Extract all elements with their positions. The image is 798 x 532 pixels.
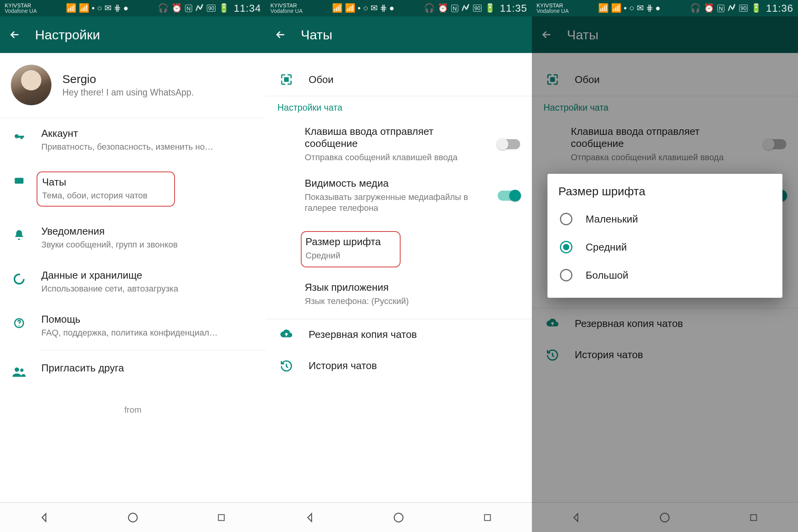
status-bar: KYIVSTAR Vodafone UA 📶📶•○✉⋕● 🎧⏰ N 🗲 90 🔋… — [532, 0, 798, 16]
font-size-row[interactable]: Размер шрифта Средний — [266, 223, 532, 276]
highlight-box: Размер шрифта Средний — [301, 231, 401, 268]
settings-item-invite[interactable]: Пригласить друга — [0, 353, 266, 389]
bell-icon — [11, 227, 27, 243]
settings-item-chats[interactable]: Чаты Тема, обои, история чатов — [0, 162, 266, 216]
status-icons: 📶📶•○✉⋕● — [66, 3, 128, 13]
nav-back[interactable] — [36, 509, 53, 526]
back-button[interactable] — [8, 28, 22, 42]
help-icon — [11, 315, 27, 331]
screen-font-size-dialog: KYIVSTAR Vodafone UA 📶📶•○✉⋕● 🎧⏰ N 🗲 90 🔋… — [532, 0, 798, 532]
clock: 11:36 — [766, 2, 793, 14]
key-icon — [11, 129, 27, 145]
svg-point-10 — [394, 513, 403, 522]
clock: 11:35 — [500, 2, 527, 14]
nav-home[interactable] — [125, 509, 141, 526]
status-bar: KYIVSTAR Vodafone UA 📶📶•○✉⋕● 🎧⏰N 🗲 90 🔋 … — [0, 0, 266, 16]
history-row[interactable]: История чатов — [266, 350, 532, 382]
data-usage-icon — [11, 271, 27, 287]
backup-row[interactable]: Резервная копия чатов — [266, 319, 532, 350]
profile-status: Hey there! I am using WhatsApp. — [62, 87, 194, 98]
settings-item-notifications[interactable]: Уведомления Звуки сообщений, групп и зво… — [0, 216, 266, 260]
battery-icon: 🗲 — [195, 3, 204, 13]
app-bar-title: Чаты — [301, 27, 332, 42]
radio-icon — [560, 269, 572, 281]
app-bar-title: Настройки — [35, 27, 100, 42]
app-bar: Чаты — [266, 16, 532, 53]
nav-recent[interactable] — [745, 509, 762, 526]
screen-settings: KYIVSTAR Vodafone UA 📶📶•○✉⋕● 🎧⏰N 🗲 90 🔋 … — [0, 0, 266, 532]
status-bar: KYIVSTAR Vodafone UA 📶📶•○✉⋕● 🎧⏰ N 🗲 90 🔋… — [266, 0, 532, 16]
media-visibility-switch[interactable] — [498, 191, 520, 201]
nav-home[interactable] — [390, 509, 407, 526]
svg-point-2 — [14, 274, 24, 284]
back-button[interactable] — [274, 28, 288, 42]
profile-row[interactable]: Sergio Hey there! I am using WhatsApp. — [0, 53, 266, 118]
nav-back[interactable] — [568, 509, 584, 526]
svg-point-4 — [19, 325, 20, 326]
radio-icon — [560, 241, 572, 253]
profile-name: Sergio — [62, 72, 194, 86]
nav-recent[interactable] — [213, 509, 230, 526]
nav-bar — [266, 502, 532, 532]
wallpaper-row[interactable]: Обои — [266, 63, 532, 96]
section-chat-settings: Настройки чата — [266, 99, 532, 120]
enter-send-row[interactable]: Клавиша ввода отправляет сообщение Отпра… — [266, 120, 532, 172]
status-right: 🎧⏰N 🗲 90 🔋 11:34 — [158, 2, 261, 14]
svg-rect-8 — [219, 514, 224, 520]
cloud-upload-icon — [277, 329, 295, 340]
svg-point-6 — [20, 369, 24, 372]
svg-point-7 — [129, 513, 138, 522]
nav-recent[interactable] — [479, 509, 496, 526]
settings-item-help[interactable]: Помощь FAQ, поддержка, политика конфиден… — [0, 304, 266, 348]
option-large[interactable]: Большой — [558, 261, 772, 289]
history-icon — [277, 359, 295, 373]
radio-icon — [560, 213, 572, 225]
svg-point-13 — [660, 513, 669, 522]
wallpaper-icon — [277, 72, 295, 87]
battery-level: 90 — [207, 5, 215, 12]
nav-bar — [0, 502, 266, 532]
svg-rect-11 — [485, 514, 491, 520]
carrier-1: KYIVSTAR — [5, 3, 37, 8]
option-small[interactable]: Маленький — [558, 205, 772, 233]
settings-item-account[interactable]: Аккаунт Приватность, безопасность, измен… — [0, 118, 266, 162]
highlight-box: Чаты Тема, обои, история чатов — [37, 171, 175, 207]
carrier-2: Vodafone UA — [5, 8, 37, 14]
nav-back[interactable] — [302, 509, 318, 526]
app-language-row[interactable]: Язык приложения Язык телефона: (Русский) — [266, 276, 532, 316]
screen-chats-settings: KYIVSTAR Vodafone UA 📶📶•○✉⋕● 🎧⏰ N 🗲 90 🔋… — [266, 0, 532, 532]
people-icon — [11, 364, 27, 380]
avatar[interactable] — [11, 65, 51, 105]
option-medium[interactable]: Средний — [558, 233, 772, 261]
nav-bar — [532, 502, 798, 532]
app-bar: Настройки — [0, 16, 266, 53]
svg-point-5 — [15, 368, 19, 372]
media-visibility-row[interactable]: Видимость медиа Показывать загруженные м… — [266, 172, 532, 223]
nav-home[interactable] — [657, 509, 673, 526]
from-label: from — [0, 389, 266, 415]
font-size-dialog: Размер шрифта Маленький Средний Большой — [547, 174, 782, 298]
clock: 11:34 — [234, 2, 261, 14]
enter-send-switch[interactable] — [498, 139, 520, 149]
svg-rect-14 — [751, 514, 757, 520]
chat-icon — [11, 173, 27, 189]
dialog-title: Размер шрифта — [558, 185, 772, 198]
svg-rect-9 — [284, 77, 289, 82]
settings-item-data[interactable]: Данные и хранилище Использование сети, а… — [0, 260, 266, 304]
